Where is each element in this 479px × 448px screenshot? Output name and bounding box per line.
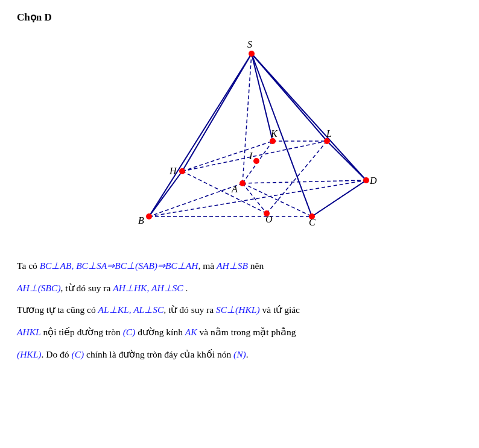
text-chinh-la: chính là đường tròn đáy của khối nón (84, 349, 233, 359)
math-n: (N) (233, 349, 246, 359)
svg-text:B: B (138, 215, 144, 226)
text-va-nam-trong: và nằm trong mặt phẳng (197, 327, 296, 337)
svg-line-15 (182, 54, 252, 171)
math-bc-perp: BC⊥AB, BC⊥SA⇒BC⊥(SAB)⇒BC⊥AH (40, 260, 198, 271)
math-ak: AK (185, 327, 197, 337)
svg-line-10 (182, 171, 267, 213)
text-duong-kinh: đường kính (135, 327, 185, 337)
text-noi-tiep: nội tiếp đường tròn (41, 327, 123, 337)
text-tu-do-suy-ra-2: , từ đó suy ra (163, 304, 216, 315)
svg-text:C: C (309, 217, 316, 227)
svg-line-21 (327, 141, 366, 180)
svg-text:K: K (270, 128, 278, 139)
diagram-container: S B C D A H K L O I (17, 30, 462, 247)
svg-line-3 (243, 54, 252, 183)
svg-line-6 (149, 180, 366, 216)
text-block: Ta có BC⊥AB, BC⊥SA⇒BC⊥(SAB)⇒BC⊥AH, mà AH… (17, 257, 462, 363)
svg-text:I: I (249, 151, 253, 161)
text-nen: nên (248, 260, 264, 271)
svg-line-22 (312, 180, 366, 216)
text-do-do: . Do đó (42, 349, 72, 359)
svg-point-27 (240, 180, 246, 186)
math-circle-c-2: (C) (71, 349, 84, 359)
paragraph-1: Ta có BC⊥AB, BC⊥SA⇒BC⊥(SAB)⇒BC⊥AH, mà AH… (17, 257, 462, 275)
math-ah-perp-sbc: AH⊥(SBC) (17, 283, 61, 293)
paragraph-3: Tương tự ta cũng có AL⊥KL, AL⊥SC, từ đó … (17, 301, 462, 319)
svg-line-8 (182, 141, 273, 171)
svg-text:H: H (169, 166, 177, 176)
paragraph-2: AH⊥(SBC), từ đó suy ra AH⊥HK, AH⊥SC . (17, 280, 462, 297)
math-al-perp: AL⊥KL, AL⊥SC (98, 304, 164, 315)
svg-text:L: L (326, 128, 332, 139)
svg-point-32 (253, 158, 259, 164)
svg-line-4 (243, 183, 267, 213)
math-ah-perp-sb: AH⊥SB (217, 260, 248, 271)
math-ahkl: AHKL (17, 327, 41, 337)
text-tu-do-suy-ra-1: , từ đó suy ra (61, 283, 113, 293)
svg-point-23 (249, 51, 255, 57)
text-ta-co: Ta có (17, 260, 40, 271)
svg-point-26 (363, 177, 369, 183)
svg-line-20 (149, 171, 182, 216)
text-tuong-tu: Tương tự ta cũng có (17, 304, 98, 315)
text-ma: , mà (198, 260, 217, 271)
svg-text:A: A (231, 184, 238, 194)
svg-point-28 (179, 168, 185, 174)
svg-point-24 (146, 213, 152, 219)
svg-point-30 (324, 138, 330, 144)
paragraph-5: (HKL). Do đó (C) chính là đường tròn đáy… (17, 346, 462, 364)
paragraph-4: AHKL nội tiếp đường tròn (C) đường kính … (17, 324, 462, 341)
svg-point-29 (270, 138, 276, 144)
text-va-tu-giac: và tứ giác (260, 304, 300, 315)
math-ah-perp-hk-sc: AH⊥HK, AH⊥SC (113, 283, 183, 293)
svg-text:D: D (369, 175, 377, 186)
text-period-1: . (183, 283, 188, 293)
svg-text:O: O (265, 214, 273, 224)
math-hkl-plane: (HKL) (17, 349, 42, 359)
text-period-end: . (246, 349, 249, 359)
svg-line-0 (149, 183, 243, 216)
svg-line-2 (243, 180, 366, 183)
math-circle-c: (C) (123, 327, 136, 337)
svg-text:S: S (247, 39, 252, 49)
title: Chọn D (17, 11, 462, 24)
svg-line-18 (252, 54, 366, 180)
math-sc-perp-hkl: SC⊥(HKL) (216, 304, 260, 315)
